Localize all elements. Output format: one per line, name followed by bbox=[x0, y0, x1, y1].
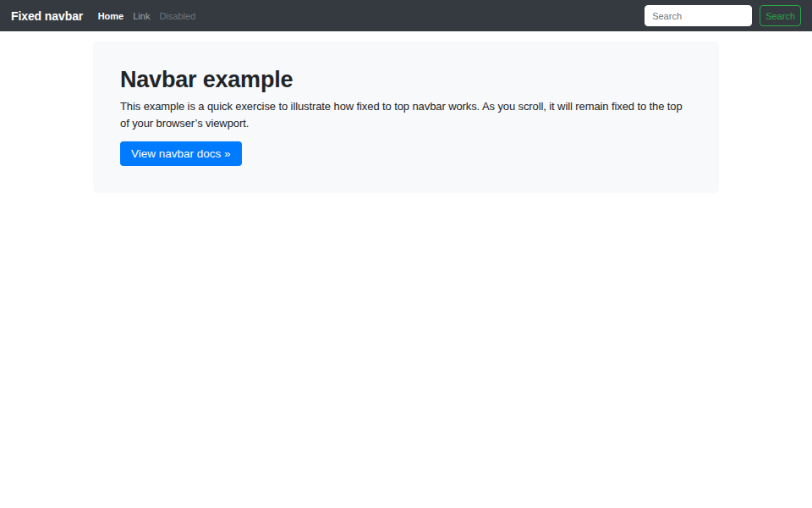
nav-item: Home bbox=[93, 11, 129, 21]
search-input[interactable] bbox=[645, 5, 752, 26]
nav-link-disabled: Disabled bbox=[155, 11, 200, 21]
nav-link-home[interactable]: Home bbox=[93, 11, 129, 21]
nav-item: Disabled bbox=[155, 11, 200, 21]
navbar-brand[interactable]: Fixed navbar bbox=[11, 9, 83, 23]
view-navbar-docs-button[interactable]: View navbar docs » bbox=[120, 141, 242, 166]
page-description: This example is a quick exercise to illu… bbox=[120, 98, 692, 132]
page-title: Navbar example bbox=[120, 66, 692, 93]
hero-card: Navbar example This example is a quick e… bbox=[93, 41, 719, 193]
top-navbar: Fixed navbar Home Link Disabled Search bbox=[0, 0, 812, 31]
nav-link-link[interactable]: Link bbox=[129, 11, 155, 21]
navbar-nav: Home Link Disabled bbox=[93, 11, 645, 21]
navbar-search-form: Search bbox=[645, 5, 801, 26]
nav-item: Link bbox=[129, 11, 155, 21]
search-button[interactable]: Search bbox=[760, 5, 801, 26]
